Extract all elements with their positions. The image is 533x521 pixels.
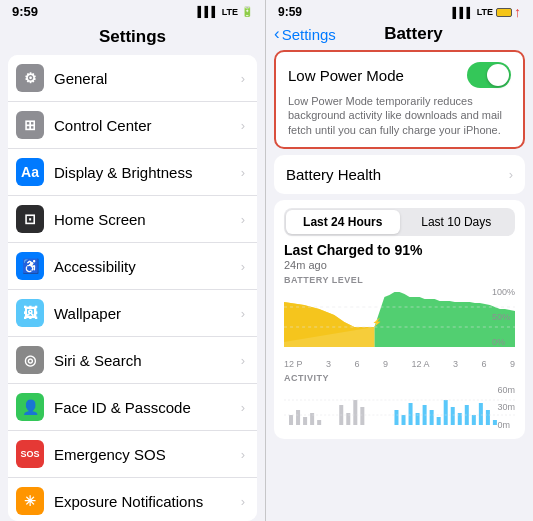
siri-search-chevron: ›	[241, 353, 245, 368]
battery-chart-svg: ⚡	[284, 287, 515, 347]
right-panel: 9:59 ▌▌▌ LTE ↑ ‹ Settings Battery Low Po…	[266, 0, 533, 521]
accessibility-label: Accessibility	[54, 258, 241, 275]
left-time: 9:59	[12, 4, 38, 19]
x-12a: 12 A	[411, 359, 429, 369]
svg-rect-29	[493, 420, 497, 425]
act-60: 60m	[497, 385, 515, 395]
settings-item-accessibility[interactable]: ♿Accessibility›	[8, 243, 257, 290]
face-id-icon: 👤	[16, 393, 44, 421]
battery-health-card: Battery Health ›	[274, 155, 525, 194]
low-power-mode-toggle[interactable]	[467, 62, 511, 88]
settings-list: ⚙General›⊞Control Center›AaDisplay & Bri…	[8, 55, 257, 521]
svg-rect-28	[486, 410, 490, 425]
y-label-100: 100%	[492, 287, 515, 297]
activity-label: ACTIVITY	[284, 373, 515, 383]
x-12p: 12 P	[284, 359, 303, 369]
svg-rect-21	[437, 417, 441, 425]
battery-level-label: BATTERY LEVEL	[284, 275, 515, 285]
right-time: 9:59	[278, 5, 302, 19]
right-lte-icon: LTE	[477, 7, 493, 17]
svg-rect-14	[360, 407, 364, 425]
display-chevron: ›	[241, 165, 245, 180]
tab-10d[interactable]: Last 10 Days	[400, 210, 514, 234]
battery-health-row[interactable]: Battery Health ›	[274, 155, 525, 194]
act-30: 30m	[497, 402, 515, 412]
svg-rect-6	[289, 415, 293, 425]
back-button[interactable]: ‹ Settings	[274, 24, 336, 44]
svg-rect-17	[409, 403, 413, 425]
charge-time: 24m ago	[284, 259, 515, 271]
tab-24h[interactable]: Last 24 Hours	[286, 210, 400, 234]
svg-text:⚡: ⚡	[372, 317, 382, 327]
right-content: Low Power Mode Low Power Mode temporaril…	[266, 50, 533, 521]
lpm-description: Low Power Mode temporarily reduces backg…	[288, 94, 511, 137]
y-label-50: 50%	[492, 312, 515, 322]
display-icon: Aa	[16, 158, 44, 186]
act-0: 0m	[497, 420, 515, 430]
general-chevron: ›	[241, 71, 245, 86]
home-screen-chevron: ›	[241, 212, 245, 227]
battery-health-label: Battery Health	[286, 166, 509, 183]
accessibility-icon: ♿	[16, 252, 44, 280]
emergency-sos-label: Emergency SOS	[54, 446, 241, 463]
svg-rect-13	[353, 400, 357, 425]
face-id-chevron: ›	[241, 400, 245, 415]
settings-item-control-center[interactable]: ⊞Control Center›	[8, 102, 257, 149]
control-center-chevron: ›	[241, 118, 245, 133]
battery-warning-arrow: ↑	[514, 4, 521, 20]
control-center-label: Control Center	[54, 117, 241, 134]
settings-item-emergency-sos[interactable]: SOSEmergency SOS›	[8, 431, 257, 478]
siri-search-icon: ◎	[16, 346, 44, 374]
settings-item-home-screen[interactable]: ⊡Home Screen›	[8, 196, 257, 243]
svg-rect-20	[430, 410, 434, 425]
left-status-icons: ▌▌▌ LTE 🔋	[197, 6, 253, 17]
back-chevron-icon: ‹	[274, 24, 280, 44]
x-9b: 9	[510, 359, 515, 369]
general-label: General	[54, 70, 241, 87]
home-screen-icon: ⊡	[16, 205, 44, 233]
exposure-icon: ✳	[16, 487, 44, 515]
accessibility-chevron: ›	[241, 259, 245, 274]
left-status-bar: 9:59 ▌▌▌ LTE 🔋	[0, 0, 265, 21]
x-6a: 6	[354, 359, 359, 369]
charge-title: Last Charged to 91%	[284, 242, 515, 258]
x-6b: 6	[481, 359, 486, 369]
toggle-knob	[487, 64, 509, 86]
battery-low-icon: ↑	[496, 4, 521, 20]
display-label: Display & Brightness	[54, 164, 241, 181]
svg-rect-10	[317, 420, 321, 425]
settings-item-exposure[interactable]: ✳Exposure Notifications›	[8, 478, 257, 521]
svg-marker-2	[284, 302, 374, 347]
chart-x-labels: 12 P 3 6 9 12 A 3 6 9	[284, 359, 515, 369]
battery-icon: 🔋	[241, 6, 253, 17]
settings-item-face-id[interactable]: 👤Face ID & Passcode›	[8, 384, 257, 431]
settings-item-wallpaper[interactable]: 🖼Wallpaper›	[8, 290, 257, 337]
svg-rect-7	[296, 410, 300, 425]
face-id-label: Face ID & Passcode	[54, 399, 241, 416]
activity-chart: 60m 30m 0m	[284, 385, 515, 435]
right-status-icons: ▌▌▌ LTE ↑	[452, 4, 521, 20]
exposure-label: Exposure Notifications	[54, 493, 241, 510]
svg-rect-26	[472, 415, 476, 425]
control-center-icon: ⊞	[16, 111, 44, 139]
right-signal-icon: ▌▌▌	[452, 7, 473, 18]
wallpaper-icon: 🖼	[16, 299, 44, 327]
right-nav: ‹ Settings Battery	[266, 22, 533, 50]
x-9a: 9	[383, 359, 388, 369]
svg-rect-23	[451, 407, 455, 425]
lte-icon: LTE	[222, 7, 238, 17]
signal-icon: ▌▌▌	[197, 6, 218, 17]
settings-item-siri-search[interactable]: ◎Siri & Search›	[8, 337, 257, 384]
x-3b: 3	[453, 359, 458, 369]
settings-item-general[interactable]: ⚙General›	[8, 55, 257, 102]
wallpaper-label: Wallpaper	[54, 305, 241, 322]
right-panel-title: Battery	[336, 24, 491, 44]
emergency-sos-icon: SOS	[16, 440, 44, 468]
svg-rect-8	[303, 417, 307, 425]
settings-item-display[interactable]: AaDisplay & Brightness›	[8, 149, 257, 196]
left-panel: 9:59 ▌▌▌ LTE 🔋 Settings ⚙General›⊞Contro…	[0, 0, 266, 521]
svg-rect-22	[444, 400, 448, 425]
general-icon: ⚙	[16, 64, 44, 92]
lpm-row: Low Power Mode	[288, 62, 511, 88]
low-power-mode-card: Low Power Mode Low Power Mode temporaril…	[274, 50, 525, 149]
